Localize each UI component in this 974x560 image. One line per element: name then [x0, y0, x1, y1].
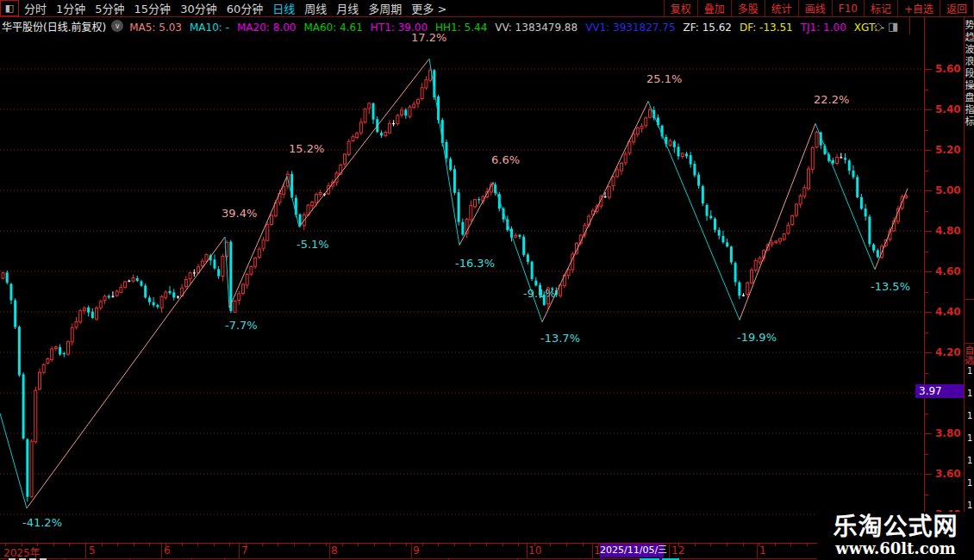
- toolbar-button-叠加[interactable]: 叠加: [697, 0, 731, 16]
- right-edge-strip[interactable]: 势趋波浪段操盘指标 自选 1111111: [964, 16, 974, 560]
- y-axis-tick: [924, 454, 928, 455]
- swing-percent-label: 6.6%: [491, 153, 520, 166]
- x-axis-tick: [790, 543, 791, 546]
- period-tab-多周期[interactable]: 多周期: [368, 3, 402, 16]
- x-axis-tick: [134, 543, 134, 546]
- toolbar-button-复权[interactable]: 复权: [664, 0, 697, 16]
- period-tab-30分钟[interactable]: 30分钟: [180, 3, 217, 16]
- period-tab-月线[interactable]: 月线: [336, 3, 359, 16]
- y-axis-tick: [924, 90, 928, 90]
- indicator-HH1: HH1: 5.44: [435, 22, 487, 34]
- header-separator: [909, 16, 910, 34]
- x-axis-tick: [583, 543, 584, 546]
- x-axis-tick: [470, 543, 471, 546]
- x-axis-month-label: 1: [759, 544, 766, 557]
- x-axis-tick: [486, 543, 487, 546]
- x-axis-tick: [534, 543, 535, 546]
- swing-percent-label: -9.1%: [523, 287, 556, 300]
- current-price-marker: 3.97: [915, 384, 968, 398]
- swing-percent-label: 15.2%: [289, 142, 324, 155]
- panel-toggle-icon[interactable]: ◨: [888, 20, 898, 33]
- x-axis-month-label: 10: [528, 544, 541, 557]
- x-axis-tick: [759, 543, 759, 546]
- candles-layer: [2, 67, 908, 502]
- period-tab-分时[interactable]: 分时: [24, 3, 47, 16]
- y-axis-tick: [924, 433, 932, 434]
- x-axis-tick: [390, 543, 390, 546]
- period-tab-日线[interactable]: 日线: [272, 3, 295, 16]
- period-tab-60分钟[interactable]: 60分钟: [227, 3, 264, 16]
- swing-percent-label: -7.7%: [225, 319, 258, 332]
- top-toolbar: ◧ 分时1分钟5分钟15分钟30分钟60分钟日线周线月线多周期更多 > 复权叠加…: [0, 0, 974, 17]
- toolbar-button-标记[interactable]: 标记: [864, 0, 897, 16]
- app-window: ◧ 分时1分钟5分钟15分钟30分钟60分钟日线周线月线多周期更多 > 复权叠加…: [0, 0, 974, 560]
- diamond-icon[interactable]: ◇: [874, 20, 883, 33]
- x-axis-tick: [69, 543, 70, 546]
- x-axis-tick: [246, 543, 247, 546]
- period-tabs: 分时1分钟5分钟15分钟30分钟60分钟日线周线月线多周期更多 >: [24, 0, 456, 16]
- swing-percent-label: -41.2%: [22, 516, 62, 529]
- indicator-MA10: MA10: -: [190, 22, 229, 34]
- y-axis-tick: [924, 474, 932, 475]
- indicator-MA20: MA20: 8.00: [237, 22, 296, 34]
- y-axis-tick: [924, 150, 932, 151]
- x-axis-tick: [727, 543, 727, 546]
- x-axis-tick: [503, 543, 503, 546]
- y-axis-tick: [924, 333, 928, 333]
- x-axis-tick: [438, 543, 439, 546]
- split-window-icon[interactable]: ◧: [0, 0, 19, 16]
- period-tab-1分钟[interactable]: 1分钟: [56, 3, 85, 16]
- x-axis-month-label: 12: [671, 544, 684, 557]
- x-axis-tick: [85, 543, 86, 546]
- indicator-HT1: HT1: 39.00: [371, 22, 428, 34]
- x-axis-month-boundary: [329, 543, 330, 558]
- x-axis-tick: [229, 543, 230, 546]
- x-axis-month-label: 5: [89, 544, 96, 557]
- x-axis-tick: [406, 543, 407, 546]
- swing-percent-label: -19.9%: [737, 331, 777, 344]
- indicator-values: MA5: 5.03MA10: -MA20: 8.00MA60: 4.61HT1:…: [129, 18, 892, 34]
- period-tab-15分钟[interactable]: 15分钟: [134, 3, 172, 16]
- period-tab-更多 >[interactable]: 更多 >: [411, 3, 446, 16]
- y-axis-tick: [924, 231, 932, 232]
- year-label: 2025年: [3, 544, 41, 559]
- x-axis-tick: [775, 543, 776, 546]
- chevron-down-circle-icon[interactable]: ∨: [111, 20, 123, 32]
- period-tab-周线[interactable]: 周线: [304, 3, 327, 16]
- period-tab-5分钟[interactable]: 5分钟: [95, 3, 124, 16]
- x-axis-tick: [695, 543, 696, 546]
- toolbar-button-F10[interactable]: F10: [832, 0, 864, 16]
- indicator-VV1: VV1: 3931827.75: [585, 22, 675, 34]
- toolbar-button-画线[interactable]: 画线: [798, 0, 832, 16]
- x-axis-tick: [374, 543, 375, 546]
- toolbar-button-返回[interactable]: 返回: [940, 0, 974, 16]
- swing-percent-label: 39.4%: [222, 207, 257, 220]
- x-axis-tick: [342, 543, 343, 546]
- toolbar-button-统计[interactable]: 统计: [765, 0, 798, 16]
- x-axis-tick: [743, 543, 744, 546]
- x-axis-tick: [678, 543, 679, 546]
- y-axis-tick: [924, 495, 928, 495]
- header-corner-icons: ◇ ◨: [874, 18, 908, 34]
- candlestick-chart[interactable]: [0, 0, 924, 544]
- x-axis-month-boundary: [161, 543, 162, 558]
- x-axis-tick: [197, 543, 198, 546]
- strip-separator: [965, 343, 974, 344]
- x-axis-tick: [518, 543, 519, 546]
- toolbar-button-+自选[interactable]: +自选: [897, 0, 940, 16]
- indicator-VV: VV: 1383479.88: [495, 22, 578, 34]
- indicator-MA60: MA60: 4.61: [303, 22, 362, 34]
- swing-percent-label: -13.5%: [871, 280, 910, 293]
- strip-number: 1: [967, 366, 972, 376]
- x-axis-tick: [262, 543, 263, 546]
- y-axis-tick: [924, 414, 928, 414]
- y-axis-tick: [924, 69, 932, 70]
- x-axis-tick: [326, 543, 327, 546]
- toolbar-button-多股[interactable]: 多股: [731, 0, 765, 16]
- x-axis-tick: [598, 543, 599, 546]
- x-axis-month-boundary: [527, 543, 528, 558]
- strip-number: 1: [967, 501, 972, 510]
- x-axis-tick: [309, 543, 310, 546]
- x-axis-tick: [102, 543, 103, 546]
- chart-header: 华平股份(日线.前复权) ∨ MA5: 5.03MA10: -MA20: 8.0…: [2, 18, 892, 34]
